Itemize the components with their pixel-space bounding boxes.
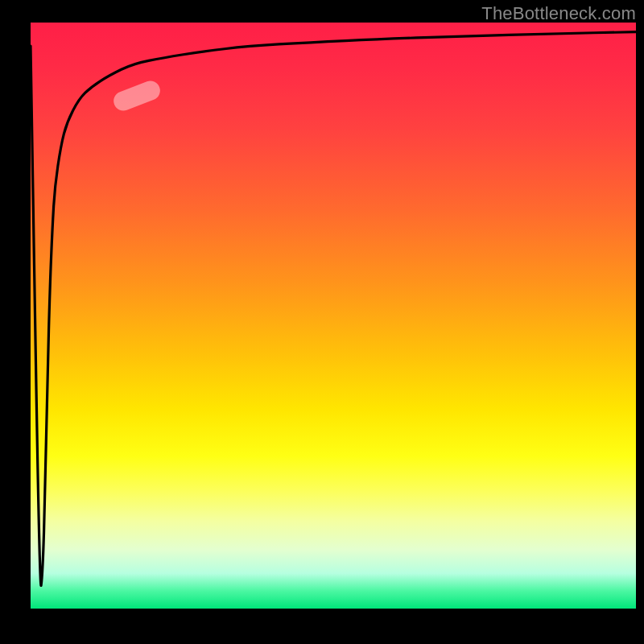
plot-area <box>31 23 636 609</box>
curve-svg-layer <box>31 23 636 609</box>
chart-stage: TheBottleneck.com <box>0 0 644 644</box>
attribution-text: TheBottleneck.com <box>481 3 636 24</box>
bottleneck-curve <box>31 32 636 586</box>
